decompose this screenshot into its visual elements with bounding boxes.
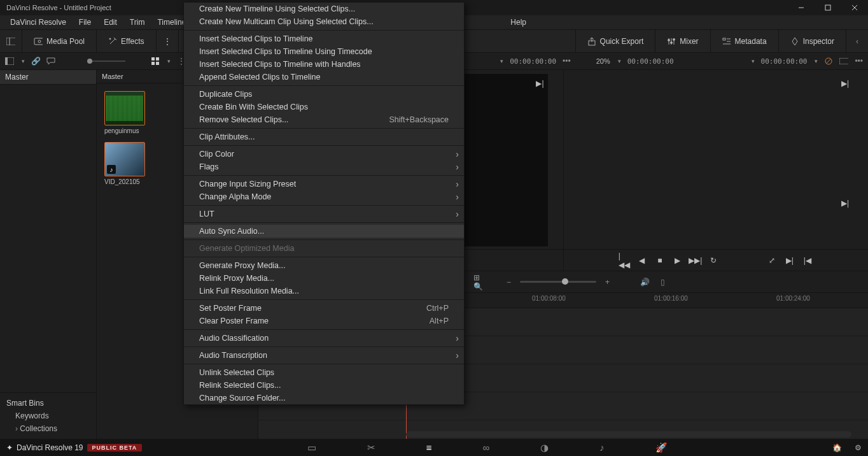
more-icon[interactable]: •••	[855, 57, 863, 66]
master-bin[interactable]: Master	[0, 70, 96, 85]
inspector-button[interactable]: Inspector	[785, 34, 839, 48]
context-menu-item[interactable]: Set Poster FrameCtrl+P	[184, 302, 464, 315]
next-icon[interactable]: ▶|	[536, 79, 543, 88]
zoom-in-icon[interactable]: +	[605, 278, 610, 287]
timeline-canvas[interactable]: ▶| ▶|	[579, 74, 853, 246]
next-icon[interactable]: ▶|	[841, 79, 849, 88]
context-menu-item[interactable]: Change Input Sizing Preset	[184, 178, 464, 190]
menu-davinci[interactable]: DaVinci Resolve	[4, 17, 73, 28]
zoom-out-icon[interactable]: −	[507, 278, 511, 287]
horizontal-scrollbar[interactable]	[406, 431, 851, 438]
chevron-down-icon[interactable]: ▾	[167, 58, 171, 64]
media-page-icon[interactable]: ▭	[307, 442, 316, 453]
kebab-icon[interactable]: ⋮	[163, 37, 172, 46]
context-menu-item[interactable]: Insert Selected Clips to Timeline Using …	[184, 45, 464, 58]
layout-icon[interactable]	[6, 37, 15, 46]
chevron-down-icon[interactable]: ▾	[500, 58, 503, 64]
more-icon[interactable]: •••	[563, 57, 571, 66]
fusion-page-icon[interactable]: ∞	[482, 442, 489, 453]
context-menu-item[interactable]: Clip Attributes...	[184, 131, 464, 143]
timeline-viewer: ▶| ▶| |◀◀ ◀ ■ ▶ ▶▶| ↻ ⤢ ▶| |◀	[564, 70, 869, 271]
context-menu-item[interactable]: Clear Poster FrameAlt+P	[184, 315, 464, 327]
keywords-bin[interactable]: Keywords	[4, 410, 92, 422]
context-menu-item[interactable]: Generate Proxy Media...	[184, 259, 464, 272]
zoom-value[interactable]: 20%	[596, 57, 610, 65]
close-button[interactable]	[841, 0, 868, 15]
menu-help[interactable]: Help	[504, 17, 533, 28]
context-menu-item[interactable]: Link Full Resolution Media...	[184, 285, 464, 297]
effects-button[interactable]: Effects	[103, 34, 149, 48]
clip-thumbnail[interactable]: ♪	[104, 142, 145, 176]
chevron-down-icon[interactable]: ▾	[815, 58, 818, 64]
clip-item[interactable]: penguinmus	[104, 91, 148, 134]
zoom-slider[interactable]	[520, 281, 596, 283]
context-menu-item[interactable]: Create Bin With Selected Clips	[184, 101, 464, 113]
mixer-button[interactable]: Mixer	[662, 34, 703, 48]
context-menu-item[interactable]: Flags	[184, 160, 464, 173]
next-icon[interactable]: ▶|	[841, 199, 849, 208]
slider-dot-icon[interactable]	[87, 61, 125, 62]
menu-file[interactable]: File	[73, 17, 97, 28]
chevron-down-icon[interactable]: ▾	[22, 58, 25, 64]
metadata-button[interactable]: Metadata	[717, 34, 772, 48]
context-menu-item[interactable]: Auto Sync Audio...	[184, 225, 464, 238]
context-menu-item[interactable]: Create New Multicam Clip Using Selected …	[184, 15, 464, 28]
bypass-icon[interactable]	[824, 57, 833, 66]
svg-rect-23	[156, 57, 159, 61]
context-menu-item[interactable]: Audio Transcription	[184, 349, 464, 362]
clip-thumbnail[interactable]	[104, 91, 145, 125]
cut-page-icon[interactable]: ✂	[367, 442, 375, 453]
menu-trim[interactable]: Trim	[123, 17, 151, 28]
fairlight-page-icon[interactable]: ♪	[599, 442, 605, 453]
display-mode-icon[interactable]	[839, 57, 848, 66]
zoom-custom-icon[interactable]: ⊞🔍	[473, 278, 482, 287]
context-menu-item[interactable]: Duplicate Clips	[184, 88, 464, 101]
loop-icon[interactable]: ↻	[709, 256, 718, 265]
context-menu-item[interactable]: Create New Timeline Using Selected Clips…	[184, 3, 464, 15]
context-menu-separator	[184, 222, 464, 223]
context-menu-item[interactable]: LUT	[184, 208, 464, 220]
context-menu-item[interactable]: Change Source Folder...	[184, 392, 464, 404]
context-menu-item[interactable]: Append Selected Clips to Timeline	[184, 71, 464, 83]
go-out-icon[interactable]: |◀	[803, 256, 812, 265]
maximize-button[interactable]	[815, 0, 841, 15]
chat-icon[interactable]	[46, 57, 55, 66]
chevron-left-icon[interactable]: ‹	[853, 37, 862, 46]
context-menu-item[interactable]: Remove Selected Clips...Shift+Backspace	[184, 113, 464, 126]
next-frame-icon[interactable]: ▶▶|	[691, 256, 700, 265]
volume-icon[interactable]: 🔊	[640, 278, 649, 287]
link-icon[interactable]: 🔗	[31, 57, 40, 66]
color-page-icon[interactable]: ◑	[540, 442, 549, 453]
context-menu-item[interactable]: Relink Selected Clips...	[184, 379, 464, 392]
go-in-icon[interactable]: ▶|	[785, 256, 794, 265]
minimize-button[interactable]	[788, 0, 815, 15]
bin-tree-panel: Master Smart Bins Keywords › Collections	[0, 70, 97, 439]
panel-layout-icon[interactable]	[5, 57, 14, 66]
match-frame-icon[interactable]: ⤢	[767, 256, 776, 265]
menu-edit[interactable]: Edit	[97, 17, 123, 28]
context-menu-item[interactable]: Insert Selected Clips to Timeline with H…	[184, 58, 464, 71]
clip-item[interactable]: ♪ VID_202105	[104, 142, 148, 185]
smart-bins-header[interactable]: Smart Bins	[4, 397, 92, 410]
prev-frame-icon[interactable]: ◀	[638, 256, 647, 265]
first-frame-icon[interactable]: |◀◀	[620, 256, 629, 265]
edit-page-icon[interactable]: ≡	[426, 442, 432, 453]
chevron-down-icon[interactable]: ▾	[752, 58, 755, 64]
context-menu-item[interactable]: Relink Proxy Media...	[184, 272, 464, 285]
context-menu-item[interactable]: Insert Selected Clips to Timeline	[184, 32, 464, 45]
quick-export-button[interactable]: Quick Export	[582, 34, 649, 48]
media-pool-button[interactable]: Media Pool	[29, 34, 90, 48]
context-menu-item[interactable]: Unlink Selected Clips	[184, 366, 464, 379]
home-icon[interactable]: 🏠	[832, 443, 842, 452]
context-menu-item[interactable]: Audio Classification	[184, 332, 464, 345]
chevron-down-icon[interactable]: ▾	[618, 58, 621, 64]
grid-view-icon[interactable]	[151, 57, 160, 66]
settings-icon[interactable]: ⚙	[855, 443, 862, 452]
dim-icon[interactable]: ▯	[658, 278, 667, 287]
context-menu-item[interactable]: Change Alpha Mode	[184, 190, 464, 203]
context-menu-item[interactable]: Clip Color	[184, 148, 464, 160]
collections-bin[interactable]: › Collections	[4, 422, 92, 435]
stop-icon[interactable]: ■	[655, 256, 664, 265]
play-icon[interactable]: ▶	[673, 256, 682, 265]
deliver-page-icon[interactable]: 🚀	[655, 442, 668, 453]
